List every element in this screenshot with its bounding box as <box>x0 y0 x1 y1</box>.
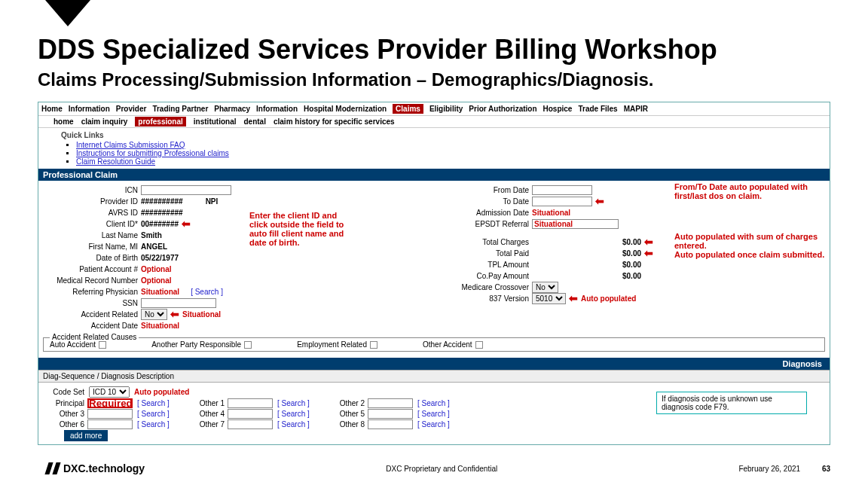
app-screenshot: HomeInformationProviderTrading PartnerPh… <box>38 102 830 445</box>
search-link[interactable]: [ Search ] <box>417 420 450 429</box>
annotation-dates: From/To Date auto populated with first/l… <box>674 182 825 200</box>
diag-input[interactable] <box>368 409 413 419</box>
footer: DXC.technology DXC Proprietary and Confi… <box>0 462 868 474</box>
search-link[interactable]: [ Search ] <box>277 399 310 407</box>
checkbox-employment[interactable] <box>370 341 377 349</box>
diagnosis-area: Code Set ICD 10 Auto populated Principal… <box>38 383 830 444</box>
topnav-item[interactable]: Information <box>69 105 110 113</box>
label-medicare: Medicare Crossover <box>434 283 532 291</box>
subnav-item[interactable]: professional <box>135 117 185 127</box>
section-diagnosis: Diagnosis <box>38 358 830 370</box>
search-link[interactable]: [ Search ] <box>137 420 170 429</box>
topnav-item[interactable]: Pharmacy <box>214 105 250 113</box>
label-epsdt: EPSDT Referral <box>434 220 532 228</box>
quick-link[interactable]: Claim Resolution Guide <box>76 157 155 166</box>
accident-causes-legend: Accident Related Causes <box>50 333 139 341</box>
topnav-item[interactable]: Home <box>41 105 63 113</box>
checkbox-auto-accident[interactable] <box>99 341 106 349</box>
diag-label: Other 6 <box>43 420 84 429</box>
select-837[interactable]: 5010 <box>532 293 566 304</box>
label-avrs-id: AVRS ID <box>43 209 141 217</box>
diagnosis-subheader: Diag-Sequence / Diagnosis Description <box>38 370 830 383</box>
label-tpl: TPL Amount <box>434 261 532 269</box>
section-professional-claim: Professional Claim <box>38 169 830 181</box>
sub-nav: homeclaim inquiryprofessionalinstitution… <box>38 116 830 128</box>
label-837: 837 Version <box>434 294 532 303</box>
label-ref-phys: Referring Physician <box>43 288 141 296</box>
label-total-charges: Total Charges <box>434 238 532 246</box>
label-other-accident: Other Accident <box>423 340 472 349</box>
diag-label: Other 1 <box>183 399 225 407</box>
value-mrn: Optional <box>141 276 172 285</box>
value-dob: 05/22/1977 <box>141 254 179 262</box>
value-tpl: $0.00 <box>622 261 641 269</box>
select-code-set[interactable]: ICD 10 <box>89 386 130 398</box>
label-code-set: Code Set <box>43 388 84 396</box>
search-link[interactable]: [ Search ] <box>137 410 170 418</box>
input-to-date[interactable] <box>532 197 592 206</box>
annotation-charges: Auto populated with sum of charges enter… <box>674 232 825 250</box>
diag-input[interactable] <box>87 419 133 429</box>
add-more-button[interactable]: add more <box>64 430 108 441</box>
subnav-item[interactable]: claim inquiry <box>81 117 128 126</box>
search-link[interactable]: [ Search ] <box>277 410 310 418</box>
search-link[interactable]: [ Search ] <box>277 420 310 429</box>
accident-causes-box: Accident Related Causes Auto Accident An… <box>43 337 825 352</box>
checkbox-other-accident[interactable] <box>475 341 483 349</box>
topnav-item[interactable]: Information <box>256 105 298 113</box>
subnav-item[interactable]: dental <box>244 117 266 126</box>
value-admission-date: Situational <box>532 209 570 217</box>
footer-date: February 26, 2021 <box>738 465 800 473</box>
subnav-item[interactable]: institutional <box>194 117 237 126</box>
arrow-left-icon: ⬅ <box>182 218 191 230</box>
search-link[interactable]: [ Search ] <box>137 399 170 407</box>
diag-input[interactable] <box>228 409 273 419</box>
subnav-item[interactable]: claim history for specific services <box>274 117 395 126</box>
value-patient-acct: Optional <box>141 265 172 273</box>
input-from-date[interactable] <box>532 185 592 195</box>
diag-input[interactable] <box>87 409 133 419</box>
quick-links-title: Quick Links <box>61 131 807 139</box>
value-avrs-id: ########## <box>141 209 183 217</box>
label-copay: Co.Pay Amount <box>434 272 532 280</box>
topnav-item[interactable]: MAPIR <box>624 105 648 113</box>
topnav-item[interactable]: Claims <box>393 104 423 114</box>
label-employment: Employment Related <box>297 340 367 349</box>
diag-input[interactable] <box>368 398 413 408</box>
annotation-auto-pop: Auto populated <box>581 294 636 303</box>
topnav-item[interactable]: Eligibility <box>429 105 463 113</box>
quick-link[interactable]: Instructions for submitting Professional… <box>76 149 229 157</box>
input-icn[interactable] <box>141 185 231 195</box>
topnav-item[interactable]: Prior Authorization <box>469 105 536 113</box>
topnav-item[interactable]: Hospice <box>543 105 573 113</box>
page-title: DDS Specialized Services Provider Billin… <box>38 34 868 66</box>
dxc-logo: DXC.technology <box>45 462 145 474</box>
topnav-item[interactable]: Hospital Modernization <box>304 105 387 113</box>
arrow-left-icon: ⬅ <box>644 247 653 259</box>
select-accident-related[interactable]: No <box>141 309 167 320</box>
checkbox-other-party[interactable] <box>244 341 252 349</box>
topnav-item[interactable]: Provider <box>116 105 147 113</box>
diag-input[interactable] <box>228 398 273 408</box>
topnav-item[interactable]: Trading Partner <box>152 105 208 113</box>
diag-input[interactable] <box>228 419 273 429</box>
value-epsdt[interactable]: Situational <box>532 219 619 229</box>
quick-link[interactable]: Internet Claims Submission FAQ <box>76 141 185 149</box>
value-last-name: Smith <box>141 231 162 239</box>
label-accident-date: Accident Date <box>43 322 141 330</box>
topnav-item[interactable]: Trade Files <box>578 105 617 113</box>
search-link[interactable]: [ Search ] <box>191 288 223 296</box>
arrow-left-icon: ⬅ <box>595 195 604 207</box>
input-ssn[interactable] <box>141 298 216 308</box>
diag-input[interactable] <box>368 419 413 429</box>
search-link[interactable]: [ Search ] <box>417 410 450 418</box>
form-area: ICN Provider ID##########NPI AVRS ID####… <box>38 181 830 336</box>
diag-label: Other 8 <box>323 420 365 429</box>
select-medicare[interactable]: No <box>532 282 558 293</box>
diag-input[interactable] <box>87 398 133 408</box>
subnav-item[interactable]: home <box>53 117 74 126</box>
annotation-client-id: Enter the client ID and click outside th… <box>249 211 347 247</box>
search-link[interactable]: [ Search ] <box>417 399 450 407</box>
label-auto-accident: Auto Accident <box>50 340 96 349</box>
page-number: 63 <box>822 465 830 473</box>
